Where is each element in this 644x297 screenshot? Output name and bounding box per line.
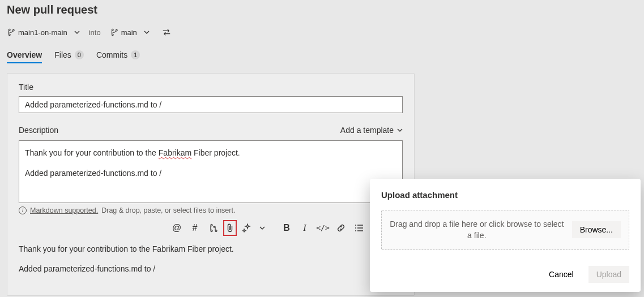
svg-point-2 bbox=[355, 230, 356, 231]
pr-icon bbox=[208, 223, 217, 233]
link-button[interactable] bbox=[333, 220, 349, 236]
dialog-title: Upload attachment bbox=[381, 190, 629, 200]
markdown-hint: i Markdown supported. Drag & drop, paste… bbox=[19, 206, 403, 214]
branch-selector-row: main1-on-main into main bbox=[7, 24, 637, 40]
tab-commits-count: 1 bbox=[131, 50, 140, 59]
attach-file-button[interactable] bbox=[223, 220, 237, 236]
link-icon bbox=[336, 223, 346, 233]
svg-point-0 bbox=[355, 225, 356, 226]
preview-line-1: Thank you for your contribution to the F… bbox=[19, 244, 403, 255]
markdown-supported-link[interactable]: Markdown supported. bbox=[30, 206, 98, 214]
swap-icon bbox=[162, 28, 171, 36]
source-branch-name: main1-on-main bbox=[18, 28, 67, 37]
hashtag-button[interactable]: # bbox=[187, 220, 203, 236]
title-input[interactable] bbox=[19, 96, 403, 113]
tab-commits-label: Commits bbox=[96, 50, 127, 59]
description-label: Description bbox=[19, 126, 58, 135]
ai-assist-more-button[interactable] bbox=[257, 220, 267, 236]
sparkle-icon bbox=[242, 223, 251, 233]
tab-overview-label: Overview bbox=[7, 50, 42, 59]
chevron-down-icon bbox=[144, 29, 150, 35]
bullet-list-button[interactable] bbox=[351, 220, 367, 236]
tabs: Overview Files 0 Commits 1 bbox=[7, 50, 637, 63]
title-label: Title bbox=[19, 83, 403, 92]
cancel-button[interactable]: Cancel bbox=[541, 266, 582, 283]
dropzone-text: Drag and drop a file here or click brows… bbox=[390, 218, 564, 242]
list-icon bbox=[355, 224, 364, 232]
add-template-dropdown[interactable]: Add a template bbox=[340, 126, 403, 135]
italic-button[interactable]: I bbox=[297, 220, 313, 236]
branch-icon bbox=[7, 28, 15, 36]
page-title: New pull request bbox=[7, 3, 637, 16]
mention-button[interactable]: @ bbox=[169, 220, 185, 236]
pr-form-card: Title Description Add a template Thank y… bbox=[7, 73, 415, 296]
pr-link-button[interactable] bbox=[205, 220, 221, 236]
chevron-down-icon bbox=[74, 29, 80, 35]
info-icon: i bbox=[19, 206, 27, 214]
add-template-label: Add a template bbox=[340, 126, 394, 135]
upload-button[interactable]: Upload bbox=[588, 266, 629, 283]
target-branch-dropdown[interactable]: main bbox=[110, 28, 150, 37]
branch-icon bbox=[110, 28, 118, 36]
tab-overview[interactable]: Overview bbox=[7, 50, 42, 63]
swap-branches-button[interactable] bbox=[159, 24, 174, 40]
paperclip-icon bbox=[226, 223, 234, 233]
into-label: into bbox=[89, 28, 101, 37]
browse-button[interactable]: Browse... bbox=[572, 221, 621, 238]
bold-button[interactable]: B bbox=[279, 220, 295, 236]
description-textarea[interactable]: Thank you for your contribution to the F… bbox=[19, 140, 403, 203]
description-line-1: Thank you for your contribution to the F… bbox=[25, 147, 396, 159]
source-branch-dropdown[interactable]: main1-on-main bbox=[7, 28, 80, 37]
svg-point-1 bbox=[355, 227, 356, 229]
dropzone[interactable]: Drag and drop a file here or click brows… bbox=[381, 210, 629, 250]
ai-assist-button[interactable] bbox=[239, 220, 255, 236]
upload-attachment-dialog: Upload attachment Drag and drop a file h… bbox=[370, 179, 641, 292]
editor-toolbar: @ # B I </> bbox=[19, 220, 403, 236]
tab-files-label: Files bbox=[54, 50, 71, 59]
description-line-2: Added parameterized-functions.md to / bbox=[25, 167, 396, 179]
description-preview: Thank you for your contribution to the F… bbox=[19, 244, 403, 275]
tab-files-count: 0 bbox=[75, 50, 84, 59]
code-button[interactable]: </> bbox=[315, 220, 331, 236]
chevron-down-icon bbox=[397, 127, 403, 133]
markdown-hint-text: Drag & drop, paste, or select files to i… bbox=[101, 206, 235, 214]
preview-line-2: Added parameterized-functions.md to / bbox=[19, 264, 403, 275]
tab-commits[interactable]: Commits 1 bbox=[96, 50, 140, 63]
tab-files[interactable]: Files 0 bbox=[54, 50, 84, 63]
target-branch-name: main bbox=[121, 28, 137, 37]
chevron-down-icon bbox=[259, 225, 265, 231]
